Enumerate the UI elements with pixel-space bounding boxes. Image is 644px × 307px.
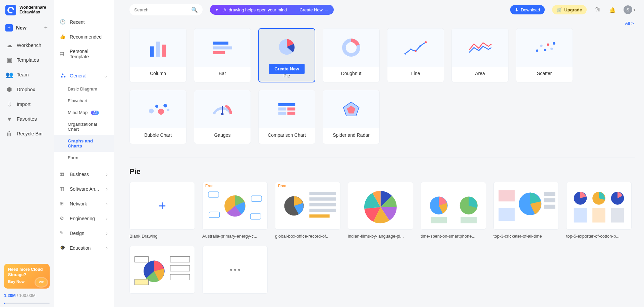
search-box[interactable]: 🔍 — [129, 4, 203, 15]
cat-label: Personal Template — [70, 49, 108, 59]
svg-point-18 — [550, 48, 553, 50]
thumb-icon: 👍 — [60, 34, 66, 40]
create-new-button[interactable]: Create New — [269, 64, 305, 74]
nav-templates[interactable]: ▣ Templates — [0, 53, 54, 67]
template-label: global-box-office-record-of... — [275, 234, 340, 239]
plus-icon: + — [5, 24, 13, 32]
svg-point-17 — [547, 43, 549, 46]
storage-promo[interactable]: Need more Cloud Storage? Buy Now VIP — [4, 264, 50, 289]
heart-icon: ♥ — [6, 116, 13, 122]
storage-sep: / — [16, 293, 19, 298]
card-label: Gauges — [214, 132, 230, 138]
help-button[interactable]: ?⃝ — [594, 6, 601, 13]
cat-recent[interactable]: 🕑 Recent — [54, 15, 114, 29]
line-icon — [400, 36, 431, 60]
sparkle-icon: ✦ — [213, 6, 220, 13]
nav-favorites[interactable]: ♥ Favorites — [0, 112, 54, 126]
account-menu[interactable]: S ▾ — [624, 5, 635, 14]
template-label: Blank Drawing — [129, 234, 195, 239]
template-item[interactable]: Free global-box-office-record-of... — [275, 182, 340, 239]
cat-education[interactable]: 🎓Education› — [54, 241, 114, 255]
sub-orgchart[interactable]: Organizational Chart — [54, 118, 114, 135]
storage-used: 1.20M — [4, 293, 16, 298]
type-bubble[interactable]: Bubble Chart — [129, 90, 186, 144]
download-button[interactable]: ⬇ Download — [510, 5, 545, 14]
template-blank[interactable]: + Blank Drawing — [129, 182, 195, 239]
sub-graphs-charts[interactable]: Graphs and Charts — [54, 135, 114, 152]
ai-banner-text: AI drawing helps open your mind — [223, 7, 287, 12]
nav-label: Favorites — [17, 116, 37, 122]
type-doughnut[interactable]: Doughnut — [323, 28, 380, 82]
cat-recommended[interactable]: 👍 Recommended — [54, 29, 114, 44]
template-thumb-icon — [567, 184, 631, 228]
svg-point-55 — [574, 192, 587, 205]
chevron-right-icon: › — [106, 245, 108, 251]
ai-banner[interactable]: ✦ AI drawing helps open your mind Create… — [210, 5, 334, 15]
nav-import[interactable]: ⇩ Import — [0, 97, 54, 112]
dropbox-icon: ⬢ — [6, 86, 13, 93]
template-item[interactable] — [129, 246, 195, 298]
notifications-button[interactable]: 🔔 — [609, 6, 616, 13]
type-spider[interactable]: Spider and Radar — [323, 90, 380, 144]
template-item[interactable]: Free Australia-primary-energy-c... — [202, 182, 268, 239]
upgrade-button[interactable]: 🛒 Upgrade — [552, 5, 587, 14]
card-label: Area — [475, 71, 485, 76]
free-tag: Free — [278, 184, 286, 188]
type-scatter[interactable]: Scatter — [516, 28, 573, 82]
cat-personal-template[interactable]: ▤ Personal Template — [54, 44, 114, 64]
svg-rect-49 — [498, 190, 515, 201]
cat-software[interactable]: ▥Software An...› — [54, 182, 114, 196]
cat-engineering[interactable]: ⚙Engineering› — [54, 211, 114, 226]
nav-recyclebin[interactable]: 🗑 Recycle Bin — [0, 126, 54, 141]
type-pie[interactable]: Create New Pie — [258, 28, 315, 82]
type-gauges[interactable]: Gauges — [194, 90, 251, 144]
template-item[interactable]: top-3-cricketer-of-all-time — [493, 182, 559, 239]
storage-readout: 1.20M / 100.00M — [0, 293, 54, 301]
cat-design[interactable]: ✎Design› — [54, 226, 114, 241]
svg-rect-31 — [287, 112, 295, 115]
sub-form[interactable]: Form — [54, 152, 114, 164]
template-more[interactable] — [202, 246, 268, 298]
cat-general[interactable]: General ⌄ — [54, 68, 114, 83]
type-bar[interactable]: Bar — [194, 28, 251, 82]
template-item[interactable]: top-5-exporter-of-cotton-b... — [566, 182, 632, 239]
nav-workbench[interactable]: ☁ Workbench — [0, 38, 54, 53]
cat-network[interactable]: ⊞Network› — [54, 196, 114, 211]
network-icon: ⊞ — [60, 201, 66, 207]
svg-rect-6 — [213, 51, 225, 54]
type-line[interactable]: Line — [387, 28, 444, 82]
gauge-icon — [207, 97, 237, 121]
add-more-button[interactable]: + — [43, 23, 48, 32]
card-label: Doughnut — [341, 71, 362, 76]
sub-basic-diagram[interactable]: Basic Diagram — [54, 83, 114, 95]
template-item[interactable]: indian-films-by-language-pi... — [348, 182, 413, 239]
nav-label: Workbench — [17, 43, 41, 48]
type-area[interactable]: Area — [451, 28, 508, 82]
nav-team[interactable]: 👥 Team — [0, 67, 54, 82]
nav-label: Recycle Bin — [17, 131, 43, 136]
cat-business[interactable]: ▦Business› — [54, 167, 114, 182]
cat-label: Business — [70, 172, 89, 177]
template-item[interactable]: time-spent-on-smartphone... — [421, 182, 486, 239]
import-icon: ⇩ — [6, 101, 13, 108]
area-icon — [465, 36, 495, 60]
section-title: Pie — [129, 167, 635, 176]
search-input[interactable] — [134, 7, 191, 12]
all-link[interactable]: All > — [625, 21, 634, 26]
new-button[interactable]: + New — [5, 24, 26, 32]
sub-mindmap[interactable]: Mind Map AI — [54, 107, 114, 118]
chevron-down-icon: ⌄ — [104, 73, 108, 78]
type-comparison[interactable]: Comparison Chart — [258, 90, 315, 144]
chevron-right-icon: › — [106, 186, 108, 192]
help-icon: ?⃝ — [595, 7, 600, 13]
template-thumb-icon — [348, 184, 413, 228]
sub-flowchart[interactable]: Flowchart — [54, 95, 114, 107]
brand-text: Wondershare EdrawMax — [19, 5, 46, 15]
nav-dropbox[interactable]: ⬢ Dropbox — [0, 82, 54, 97]
svg-rect-66 — [135, 279, 148, 285]
plus-icon: + — [158, 198, 166, 213]
svg-rect-52 — [544, 192, 555, 196]
svg-point-10 — [410, 49, 412, 50]
svg-point-26 — [221, 113, 223, 115]
type-column[interactable]: Column — [129, 28, 186, 82]
